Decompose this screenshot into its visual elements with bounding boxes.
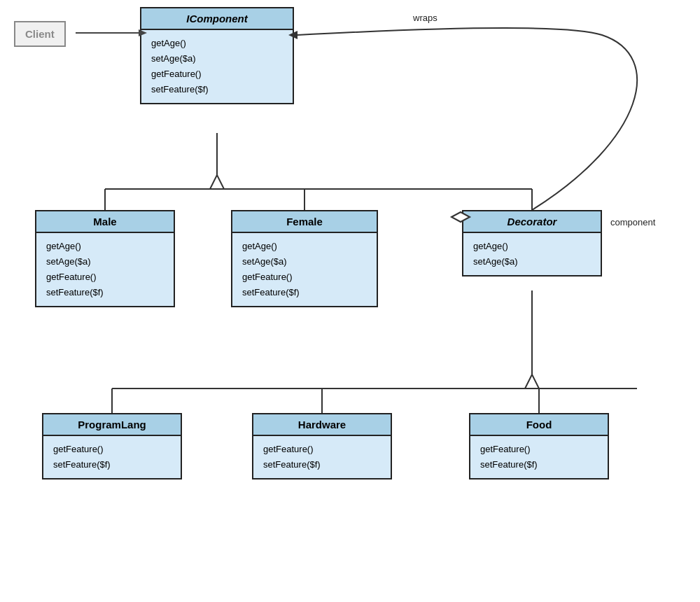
food-body: getFeature() setFeature($f)	[470, 436, 608, 478]
decorator-header: Decorator	[463, 211, 601, 233]
programlang-class: ProgramLang getFeature() setFeature($f)	[42, 413, 182, 479]
female-class: Female getAge() setAge($a) getFeature() …	[231, 210, 378, 307]
svg-marker-7	[210, 175, 224, 189]
decorator-class: Decorator getAge() setAge($a)	[462, 210, 602, 276]
programlang-body: getFeature() setFeature($f)	[43, 436, 181, 478]
icomponent-class: IComponent getAge() setAge($a) getFeatur…	[140, 7, 294, 104]
diagram-container: Client IComponent getAge() setAge($a) ge…	[0, 0, 700, 602]
svg-marker-15	[525, 374, 539, 388]
icomponent-header: IComponent	[141, 8, 293, 30]
male-body: getAge() setAge($a) getFeature() setFeat…	[36, 233, 174, 306]
food-class: Food getFeature() setFeature($f)	[469, 413, 609, 479]
hardware-header: Hardware	[253, 414, 391, 436]
female-header: Female	[232, 211, 377, 233]
client-label: Client	[25, 28, 55, 40]
food-header: Food	[470, 414, 608, 436]
wraps-label: wraps	[413, 13, 438, 23]
male-class: Male getAge() setAge($a) getFeature() se…	[35, 210, 175, 307]
hardware-class: Hardware getFeature() setFeature($f)	[252, 413, 392, 479]
client-box: Client	[14, 21, 66, 47]
female-body: getAge() setAge($a) getFeature() setFeat…	[232, 233, 377, 306]
programlang-header: ProgramLang	[43, 414, 181, 436]
component-label: component	[610, 217, 655, 227]
hardware-body: getFeature() setFeature($f)	[253, 436, 391, 478]
icomponent-body: getAge() setAge($a) getFeature() setFeat…	[141, 30, 293, 103]
male-header: Male	[36, 211, 174, 233]
decorator-body: getAge() setAge($a)	[463, 233, 601, 275]
